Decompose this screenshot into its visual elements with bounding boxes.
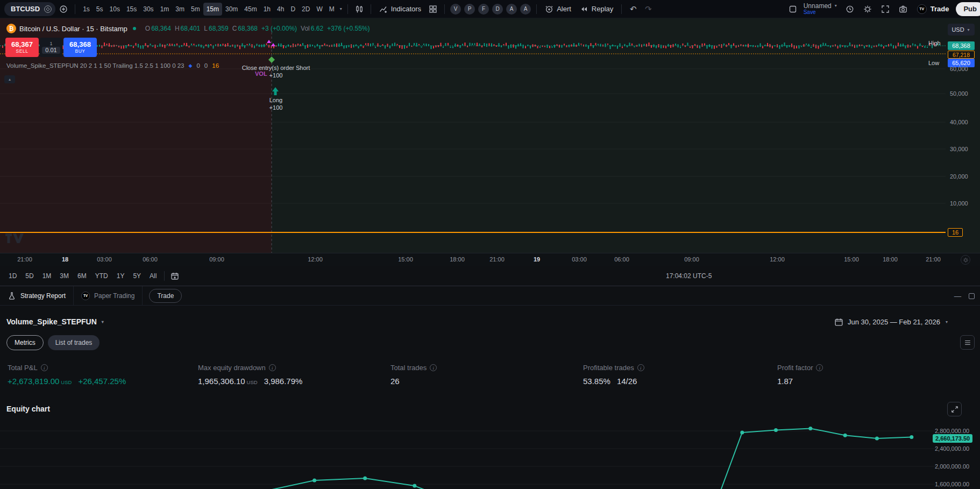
market-clock-button[interactable]	[843, 2, 857, 16]
interval-1m[interactable]: 1m	[157, 3, 173, 16]
price-gridline-label: 40,000	[950, 119, 968, 125]
interval-10s[interactable]: 10s	[106, 3, 123, 16]
date-range-label: Jun 30, 2025 — Feb 21, 2026	[848, 318, 940, 326]
interval-4h[interactable]: 4h	[274, 3, 287, 16]
equity-expand-button[interactable]	[947, 402, 962, 416]
bottom-toolbar: 1D5D1M3M6MYTD1Y5YAll 17:04:02 UTC-5	[0, 266, 980, 286]
layout-save-control[interactable]: Unnamed▾ Save	[804, 3, 838, 15]
high-word: High	[928, 40, 941, 46]
toolbar-divider	[621, 4, 622, 14]
toolbar-divider	[536, 4, 537, 14]
fullscreen-button[interactable]	[878, 2, 892, 16]
buy-button[interactable]: 68,368 BUY	[63, 38, 97, 57]
minimize-panel-button[interactable]: —	[954, 292, 961, 300]
info-icon[interactable]: i	[637, 364, 644, 371]
report-layout-button[interactable]	[960, 335, 975, 350]
interval-3m[interactable]: 3m	[172, 3, 188, 16]
indicator-shortcut-p-1[interactable]: P	[464, 4, 475, 15]
interval-1s[interactable]: 1s	[80, 3, 93, 16]
grid-icon	[429, 5, 437, 13]
range-5d[interactable]: 5D	[21, 270, 38, 282]
compare-add-symbol-button[interactable]	[56, 2, 70, 16]
close-entry-annotation: Close entry(s) order Short	[222, 65, 330, 71]
indicator-shortcut-v-0[interactable]: V	[450, 4, 461, 15]
publish-button[interactable]: Pub	[956, 2, 980, 16]
equity-axis-label: 2,800,000.00	[935, 428, 969, 434]
go-to-date-button[interactable]	[168, 269, 182, 283]
range-1d[interactable]: 1D	[4, 270, 21, 282]
range-1m[interactable]: 1M	[38, 270, 56, 282]
interval-M[interactable]: M	[326, 3, 338, 16]
strategy-legend-text: Volume_Spike_STEPFUN 20 2 1 1 50 Trailin…	[6, 62, 184, 69]
indicators-button[interactable]: Indicators	[375, 2, 425, 16]
change-value: +3 (+0.00%)	[261, 25, 297, 32]
panel-trade-button[interactable]: Trade	[149, 289, 182, 303]
date-range-selector[interactable]: Jun 30, 2025 — Feb 21, 2026 ▾	[834, 317, 949, 327]
layout-button[interactable]	[786, 2, 800, 16]
currency-selector[interactable]: USD ▾	[948, 24, 975, 36]
interval-5m[interactable]: 5m	[188, 3, 203, 16]
chart-type-button[interactable]	[352, 2, 366, 16]
low-value: 68,359	[209, 25, 229, 32]
interval-15s[interactable]: 15s	[123, 3, 140, 16]
price-gridline-label: 60,000	[950, 66, 968, 72]
price-scale[interactable]: USD ▾ High 68,368 67,218 Low 65,620 60,0…	[926, 18, 980, 253]
indicator-shortcut-a-5[interactable]: A	[520, 4, 531, 15]
range-3m[interactable]: 3M	[55, 270, 73, 282]
list-of-trades-tab-button[interactable]: List of trades	[48, 335, 100, 350]
stat-profit-factor: Profit factori1.87	[777, 364, 823, 386]
time-axis-settings-button[interactable]	[961, 255, 970, 265]
range-all[interactable]: All	[145, 270, 161, 282]
interval-2D[interactable]: 2D	[299, 3, 313, 16]
intervals-chevron-icon[interactable]: ▾	[340, 6, 342, 11]
interval-D[interactable]: D	[287, 3, 299, 16]
trade-button[interactable]: TV Trade	[914, 4, 953, 14]
replay-button[interactable]: Replay	[576, 2, 617, 16]
strategy-legend[interactable]: Volume_Spike_STEPFUN 20 2 1 1 50 Trailin…	[6, 62, 219, 69]
sell-button[interactable]: 68,367 SELL	[5, 38, 39, 57]
maximize-icon	[969, 293, 975, 299]
chart-legend[interactable]: ₿ Bitcoin / U.S. Dollar · 15 · Bitstamp …	[6, 24, 370, 33]
interval-1h[interactable]: 1h	[260, 3, 274, 16]
info-icon[interactable]: i	[269, 364, 276, 371]
main-chart[interactable]	[0, 18, 946, 253]
tab-strategy-report[interactable]: Strategy Report	[0, 286, 74, 305]
tab-paper-trading[interactable]: TV Paper Trading	[74, 286, 143, 305]
alert-button[interactable]: Alert	[541, 2, 575, 16]
range-5y[interactable]: 5Y	[129, 270, 145, 282]
stat-value: 1.87	[777, 377, 823, 386]
info-icon[interactable]: i	[41, 364, 48, 371]
vol-annotation: VOL	[255, 70, 267, 77]
top-toolbar: BTCUSD 1s5s10s15s30s1m3m5m15m30m45m1h4hD…	[0, 0, 980, 18]
price-gridline-label: 30,000	[950, 146, 968, 152]
strategy-selector[interactable]: Volume_Spike_STEPFUN ▾	[6, 317, 105, 326]
redo-button[interactable]: ↷	[641, 2, 655, 16]
interval-30s[interactable]: 30s	[140, 3, 157, 16]
range-6m[interactable]: 6M	[73, 270, 91, 282]
time-axis[interactable]: 21:001803:0006:0009:0012:0015:0018:0021:…	[0, 253, 980, 266]
interval-30m[interactable]: 30m	[222, 3, 241, 16]
metrics-tab-button[interactable]: Metrics	[6, 335, 44, 350]
interval-15m[interactable]: 15m	[203, 3, 222, 16]
save-label[interactable]: Save	[804, 10, 838, 16]
screenshot-button[interactable]	[896, 2, 910, 16]
maximize-panel-button[interactable]	[969, 293, 975, 299]
interval-W[interactable]: W	[313, 3, 325, 16]
interval-5s[interactable]: 5s	[93, 3, 106, 16]
symbol-button[interactable]: BTCUSD	[4, 2, 55, 16]
undo-button[interactable]: ↶	[626, 2, 640, 16]
stat-profitable-trades: Profitable tradesi53.85%14/26	[583, 364, 644, 386]
indicator-shortcut-f-2[interactable]: F	[478, 4, 489, 15]
indicator-shortcut-d-3[interactable]: D	[492, 4, 503, 15]
range-ytd[interactable]: YTD	[91, 270, 112, 282]
symbol-description[interactable]: Bitcoin / U.S. Dollar · 15 · Bitstamp	[19, 25, 127, 33]
info-icon[interactable]: i	[430, 364, 437, 371]
legend-collapse-button[interactable]: ▴	[4, 75, 15, 83]
session-clock[interactable]: 17:04:02 UTC-5	[666, 272, 712, 280]
indicator-shortcut-a-4[interactable]: A	[506, 4, 517, 15]
info-icon[interactable]: i	[816, 364, 823, 371]
interval-45m[interactable]: 45m	[241, 3, 260, 16]
spread-quantity-control[interactable]: 1 0.01	[40, 38, 62, 57]
range-1y[interactable]: 1Y	[112, 270, 129, 282]
indicator-templates-button[interactable]	[426, 2, 440, 16]
